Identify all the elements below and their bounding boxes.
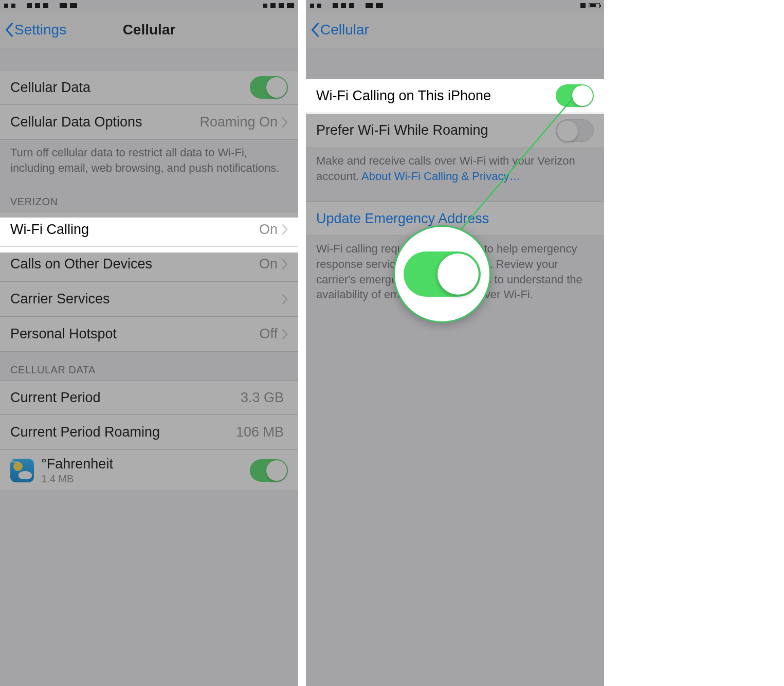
cellular-data-row[interactable]: Cellular Data — [0, 70, 298, 105]
prefer-wifi-roaming-label: Prefer Wi-Fi While Roaming — [316, 122, 556, 138]
current-period-value: 3.3 GB — [241, 390, 288, 406]
current-period-row: Current Period 3.3 GB — [0, 380, 298, 415]
cellular-usage-header: CELLULAR DATA — [0, 352, 298, 380]
wifi-calling-footer: Make and receive calls over Wi-Fi with y… — [306, 148, 604, 192]
current-period-label: Current Period — [10, 390, 241, 406]
personal-hotspot-label: Personal Hotspot — [10, 326, 259, 342]
wifi-calling-row[interactable]: Wi-Fi Calling On — [0, 212, 298, 247]
cellular-data-toggle[interactable] — [250, 76, 288, 99]
battery-icon — [589, 3, 600, 8]
current-period-roaming-label: Current Period Roaming — [10, 424, 236, 440]
chevron-right-icon — [282, 294, 288, 304]
chevron-right-icon — [282, 259, 288, 269]
cellular-data-options-row[interactable]: Cellular Data Options Roaming On — [0, 105, 298, 140]
toggle-magnifier — [393, 225, 491, 323]
app-fahrenheit-toggle[interactable] — [250, 459, 288, 482]
magnified-toggle-on-icon — [404, 251, 481, 297]
cellular-data-label: Cellular Data — [10, 80, 250, 96]
back-button[interactable]: Settings — [0, 22, 66, 38]
personal-hotspot-value: Off — [259, 326, 282, 342]
carrier-header: VERIZON — [0, 184, 298, 212]
chevron-right-icon — [282, 224, 288, 234]
cellular-data-options-label: Cellular Data Options — [10, 114, 199, 130]
calls-other-devices-row[interactable]: Calls on Other Devices On — [0, 247, 298, 282]
wifi-calling-on-this-iphone-toggle[interactable] — [556, 84, 594, 107]
current-period-roaming-row: Current Period Roaming 106 MB — [0, 415, 298, 450]
chevron-right-icon — [282, 117, 288, 128]
update-emergency-address-link[interactable]: Update Emergency Address — [316, 211, 489, 227]
left-screen: Settings Cellular Cellular Data Cellular… — [0, 0, 298, 686]
prefer-wifi-roaming-toggle[interactable] — [556, 119, 594, 142]
app-fahrenheit-row[interactable]: Now °Fahrenheit 1.4 MB — [0, 450, 298, 491]
chevron-left-icon — [311, 23, 319, 37]
right-screen: Cellular Wi-Fi Calling on This iPhone Pr… — [306, 0, 604, 686]
status-bar — [306, 0, 604, 11]
back-label: Settings — [14, 22, 66, 38]
status-bar — [0, 0, 298, 11]
carrier-services-row[interactable]: Carrier Services — [0, 282, 298, 317]
fahrenheit-app-icon: Now — [10, 459, 34, 482]
calls-other-devices-value: On — [259, 256, 282, 272]
personal-hotspot-row[interactable]: Personal Hotspot Off — [0, 317, 298, 352]
wifi-calling-on-this-iphone-label: Wi-Fi Calling on This iPhone — [316, 88, 556, 104]
carrier-services-label: Carrier Services — [10, 291, 282, 307]
chevron-right-icon — [282, 329, 288, 339]
back-label: Cellular — [320, 22, 369, 38]
wifi-calling-value: On — [259, 222, 282, 238]
about-wifi-calling-link[interactable]: About Wi-Fi Calling & Privacy… — [361, 170, 520, 183]
nav-header: Settings Cellular — [0, 11, 298, 48]
app-name: °Fahrenheit — [41, 456, 250, 472]
back-button[interactable]: Cellular — [306, 22, 369, 38]
cellular-data-footer: Turn off cellular data to restrict all d… — [0, 140, 298, 184]
app-size: 1.4 MB — [41, 473, 250, 485]
calls-other-devices-label: Calls on Other Devices — [10, 256, 259, 272]
chevron-left-icon — [5, 23, 13, 37]
current-period-roaming-value: 106 MB — [236, 424, 288, 440]
wifi-calling-on-this-iphone-row[interactable]: Wi-Fi Calling on This iPhone — [306, 78, 604, 113]
nav-header: Cellular — [306, 11, 604, 48]
wifi-calling-label: Wi-Fi Calling — [10, 222, 259, 238]
cellular-data-options-value: Roaming On — [199, 114, 282, 130]
prefer-wifi-roaming-row[interactable]: Prefer Wi-Fi While Roaming — [306, 113, 604, 148]
